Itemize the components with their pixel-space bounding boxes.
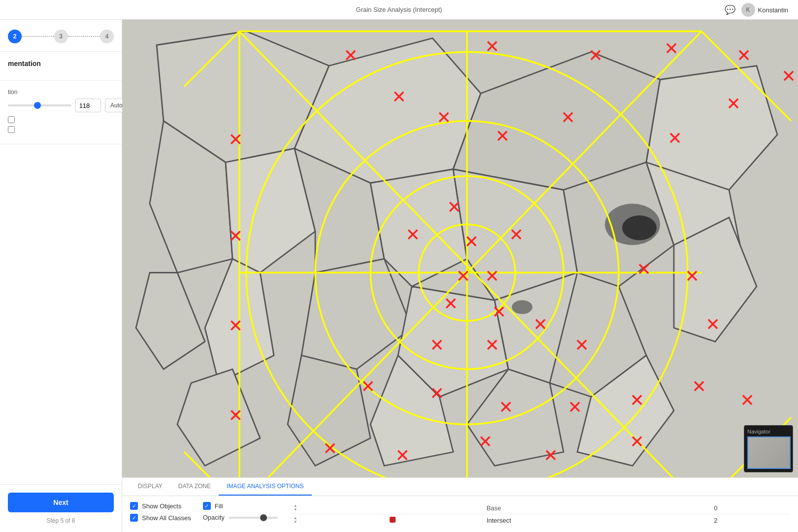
sidebar-bottom: Next Step 5 of 8 [0,484,122,532]
show-objects-row: Show Objects [130,502,191,510]
sort-down-icon: ▼ [294,508,298,512]
svg-point-2 [622,215,657,240]
opacity-slider[interactable] [229,517,278,519]
show-objects-checkbox[interactable] [130,502,138,510]
step-3: 3 [54,30,68,43]
step-indicator: Step 5 of 8 [8,517,114,524]
section-title-area: mentation [0,52,122,81]
topbar: Grain Size Analysis (Intercept) 💬 K Kons… [0,0,798,20]
section-title: mentation [8,60,114,67]
steps-section: 2 3 4 [0,20,122,52]
col-base-value: 0 [710,502,790,514]
checkbox-1[interactable] [8,116,15,123]
bottom-content: Show Objects Show All Classes Fill Opaci… [122,496,798,532]
next-button[interactable]: Next [8,493,114,512]
row-label: Intersect [483,514,710,527]
show-all-classes-label: Show All Classes [142,514,191,522]
grain-image: Navigator [122,20,798,477]
main-content: Navigator DISPLAY DATA ZONE IMAGE ANALYS… [122,20,798,532]
steps-row: 2 3 4 [8,30,114,43]
avatar: K [741,3,755,17]
step-line-1 [22,36,54,37]
row-color-cell [386,514,482,527]
slider-section: tion Auto [0,81,122,144]
fill-row: Fill [203,502,278,510]
main-layout: 2 3 4 mentation tion Auto [0,0,798,532]
bottom-panel: DISPLAY DATA ZONE IMAGE ANALYSIS OPTIONS… [122,477,798,532]
row-sort: ▲ ▼ [290,514,386,527]
col-color [386,502,482,514]
slider-row: Auto [8,99,114,112]
tab-display[interactable]: DISPLAY [130,478,170,496]
table-header-row: ▲ ▼ Base 0 [290,502,790,514]
app-title: Grain Size Analysis (Intercept) [356,6,442,13]
sidebar: 2 3 4 mentation tion Auto [0,20,122,532]
checkbox-row-2 [8,126,114,133]
bottom-right-table: ▲ ▼ Base 0 [290,502,790,526]
col-sort: ▲ ▼ [290,502,386,514]
step-2: 2 [8,30,22,43]
show-objects-label: Show Objects [142,502,181,510]
checkbox-row-1 [8,116,114,123]
chat-icon[interactable]: 💬 [725,4,735,15]
checkbox-2[interactable] [8,126,15,133]
username: Konstantin [758,6,788,14]
analysis-overlay [122,20,798,477]
navigator-thumb-inner [748,437,790,468]
navigator: Navigator [744,425,793,472]
step-line-2 [68,36,100,37]
bottom-tabs: DISPLAY DATA ZONE IMAGE ANALYSIS OPTIONS [122,478,798,496]
row-value: 2 [710,514,790,527]
svg-point-3 [512,300,532,314]
row-color-dot [390,517,396,523]
fill-label: Fill [215,502,223,510]
opacity-label: Opacity [203,514,225,521]
opacity-row: Opacity [203,514,278,521]
bottom-left-controls: Show Objects Show All Classes [130,502,191,522]
row-sort-up: ▲ [294,516,380,520]
show-all-classes-checkbox[interactable] [130,514,138,522]
analysis-table: ▲ ▼ Base 0 [290,502,790,526]
navigator-title: Navigator [747,429,790,434]
fill-checkbox[interactable] [203,502,211,510]
show-all-classes-row: Show All Classes [130,514,191,522]
tab-data-zone[interactable]: DATA ZONE [170,478,219,496]
table-row: ▲ ▼ Intersect 2 [290,514,790,527]
user-area: K Konstantin [741,3,788,17]
col-base: Base [483,502,710,514]
topbar-right: 💬 K Konstantin [725,0,788,20]
threshold-input[interactable] [75,99,101,112]
row-sort-down: ▼ [294,520,380,524]
threshold-slider[interactable] [8,104,71,106]
step-4: 4 [100,30,114,43]
navigator-thumb [747,436,791,469]
tab-image-analysis-options[interactable]: IMAGE ANALYSIS OPTIONS [219,478,312,496]
slider-label: tion [8,89,114,96]
fill-opacity-area: Fill Opacity [203,502,278,521]
image-area: Navigator [122,20,798,477]
